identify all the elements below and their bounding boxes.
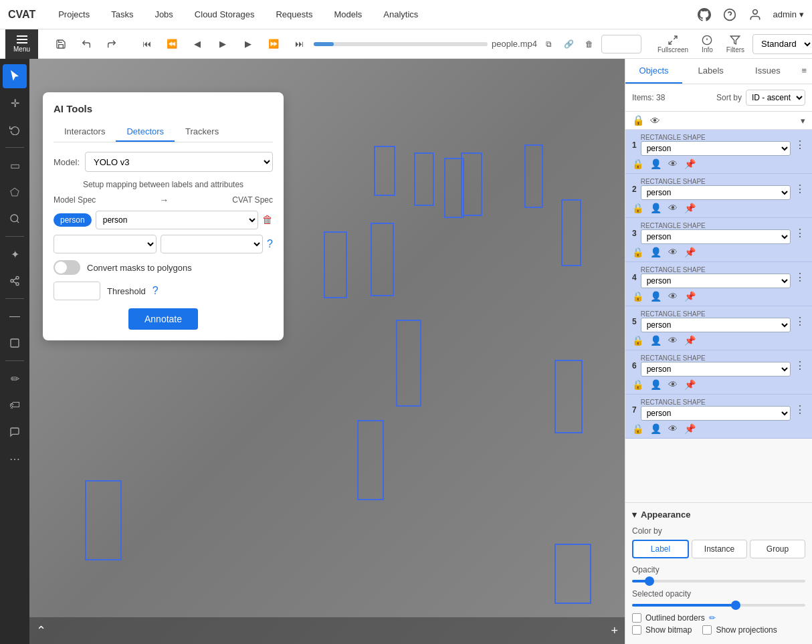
pin-icon-6[interactable]: 📌	[684, 379, 696, 390]
eye-icon-6[interactable]: 👁	[668, 379, 678, 390]
delete-frame-button[interactable]: 🗑	[581, 36, 597, 52]
nav-cloud-storages[interactable]: Cloud Storages	[191, 7, 259, 22]
lock-icon-6[interactable]: 🔒	[632, 379, 643, 390]
obj-label-select-4[interactable]: person	[641, 274, 791, 288]
prev-chunk-button[interactable]: ⏪	[160, 32, 184, 56]
sidebar-cursor-tool[interactable]	[3, 64, 27, 88]
user-icon[interactable]	[748, 7, 763, 22]
nav-requests[interactable]: Requests	[272, 7, 316, 22]
pin-icon-3[interactable]: 📌	[684, 247, 696, 257]
tab-trackers[interactable]: Trackers	[175, 122, 229, 142]
obj-label-select-2[interactable]: person	[641, 185, 791, 200]
attr-select-2[interactable]	[161, 235, 264, 253]
pin-icon-7[interactable]: 📌	[684, 423, 696, 434]
appearance-header[interactable]: ▾ Appearance	[632, 510, 805, 520]
plus-icon[interactable]: +	[611, 624, 618, 638]
person-icon-1[interactable]: 👤	[650, 158, 662, 169]
first-frame-button[interactable]: ⏮	[134, 32, 159, 56]
obj-more-4[interactable]: ⋮	[795, 271, 805, 284]
pin-icon-1[interactable]: 📌	[684, 158, 696, 169]
opacity-thumb[interactable]	[645, 576, 654, 586]
lock-all-icon[interactable]: 🔒	[632, 114, 645, 126]
obj-more-3[interactable]: ⋮	[795, 227, 805, 239]
eye-icon-4[interactable]: 👁	[668, 291, 678, 302]
sidebar-speech-tool[interactable]	[3, 420, 27, 444]
sidebar-magic-wand[interactable]: ✦	[3, 242, 27, 266]
menu-button[interactable]: Menu	[5, 29, 38, 59]
show-projections-checkbox[interactable]	[702, 625, 712, 635]
redo-button[interactable]	[100, 32, 124, 56]
obj-label-select-6[interactable]: person	[641, 362, 791, 377]
annotate-button[interactable]: Annotate	[128, 308, 198, 330]
lock-icon-7[interactable]: 🔒	[632, 423, 643, 434]
obj-more-2[interactable]: ⋮	[795, 183, 805, 195]
help-icon[interactable]	[722, 7, 737, 22]
sidebar-mask-tool[interactable]	[3, 331, 27, 355]
eye-icon-7[interactable]: 👁	[668, 423, 678, 434]
sidebar-line-tool[interactable]: —	[3, 304, 27, 328]
color-btn-label[interactable]: Label	[632, 540, 689, 558]
eye-icon-1[interactable]: 👁	[668, 158, 678, 169]
person-icon-3[interactable]: 👤	[650, 247, 662, 257]
pin-icon-4[interactable]: 📌	[684, 291, 696, 302]
threshold-help-icon[interactable]: ?	[153, 285, 159, 297]
threshold-input[interactable]: 0.95	[54, 282, 100, 300]
eye-icon-5[interactable]: 👁	[668, 335, 678, 346]
sidebar-workflows[interactable]	[3, 269, 27, 293]
model-select[interactable]: YOLO v3	[85, 152, 273, 172]
attr-select-1[interactable]	[54, 235, 157, 253]
sidebar-rectangle-tool[interactable]: ▭	[3, 153, 27, 177]
next-frame-button[interactable]: ▶	[236, 32, 260, 56]
sidebar-move-tool[interactable]: ✛	[3, 91, 27, 115]
visibility-all-icon[interactable]: 👁	[650, 115, 660, 126]
info-button[interactable]: Info	[696, 35, 718, 53]
sidebar-rotate-tool[interactable]	[3, 118, 27, 142]
save-button[interactable]	[49, 32, 73, 56]
play-button[interactable]: ▶	[211, 32, 235, 56]
lock-icon-3[interactable]: 🔒	[632, 247, 643, 257]
sidebar-tag-tool[interactable]: 🏷	[3, 393, 27, 417]
obj-label-select-7[interactable]: person	[641, 406, 791, 421]
more-options-icon[interactable]: ≡	[796, 59, 812, 84]
lock-icon-1[interactable]: 🔒	[632, 158, 643, 169]
color-btn-instance[interactable]: Instance	[692, 540, 747, 558]
eye-icon-2[interactable]: 👁	[668, 203, 678, 213]
obj-label-select-1[interactable]: person	[641, 141, 791, 156]
outlined-borders-checkbox[interactable]	[632, 613, 641, 623]
tab-issues[interactable]: Issues	[739, 59, 796, 84]
filters-button[interactable]: Filters	[721, 35, 750, 53]
sidebar-polygon-tool[interactable]: ⬠	[3, 180, 27, 204]
sort-select[interactable]: ID - ascent	[746, 90, 805, 106]
obj-more-5[interactable]: ⋮	[795, 315, 805, 328]
nav-models[interactable]: Models	[330, 7, 366, 22]
undo-button[interactable]	[74, 32, 98, 56]
next-chunk-button[interactable]: ⏩	[262, 32, 286, 56]
convert-masks-toggle[interactable]	[54, 260, 80, 275]
opacity-slider[interactable]	[632, 580, 805, 582]
label-select-1[interactable]: person	[96, 211, 258, 229]
person-icon-7[interactable]: 👤	[650, 423, 662, 434]
obj-more-1[interactable]: ⋮	[795, 138, 805, 151]
chevron-up-icon[interactable]: ⌃	[36, 623, 46, 638]
prev-frame-button[interactable]: ◀	[185, 32, 209, 56]
obj-more-6[interactable]: ⋮	[795, 359, 805, 372]
standard-select[interactable]: Standard	[752, 34, 812, 54]
lock-icon-2[interactable]: 🔒	[632, 203, 643, 213]
obj-label-select-3[interactable]: person	[641, 229, 791, 244]
frame-input[interactable]: 0	[601, 35, 641, 53]
selected-opacity-thumb[interactable]	[731, 601, 740, 610]
copy-filename-button[interactable]: ⧉	[541, 36, 557, 52]
nav-jobs[interactable]: Jobs	[150, 7, 177, 22]
label-chip-person-1[interactable]: person	[54, 213, 92, 227]
pin-icon-2[interactable]: 📌	[684, 203, 696, 213]
progress-bar[interactable]	[314, 42, 488, 46]
fullscreen-button[interactable]: Fullscreen	[652, 35, 694, 53]
sidebar-brush-tool[interactable]: ✏	[3, 366, 27, 391]
person-icon-5[interactable]: 👤	[650, 335, 662, 346]
lock-icon-5[interactable]: 🔒	[632, 335, 643, 346]
person-icon-2[interactable]: 👤	[650, 203, 662, 213]
admin-button[interactable]: admin ▾	[773, 9, 804, 19]
eye-icon-3[interactable]: 👁	[668, 247, 678, 257]
edit-color-icon[interactable]: ✏	[709, 613, 716, 623]
color-btn-group[interactable]: Group	[750, 540, 805, 558]
